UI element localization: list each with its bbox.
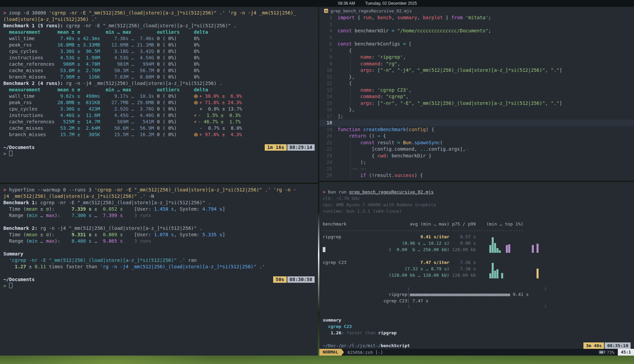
text-segment: cgrep C23 (323, 298, 407, 303)
code-line: 14 │ command: "cgrep", (319, 93, 634, 100)
text-segment: rg -n -j4 _mm(512|256)_(load|store)[a-z_… (63, 81, 222, 86)
benchmark-row: cache_misses 53.6M ± 2.76M 50.5M … 56.7M… (3, 67, 315, 74)
text-segment: 509M … 541M (100, 119, 157, 124)
text-segment: , (392, 15, 397, 20)
code-text: { (338, 48, 352, 54)
text-segment: mean (26, 206, 37, 212)
text-segment: 'rg -n -j4 _mm(512|256)_ (228, 10, 296, 16)
timestamp-badge: 08:30:58 (287, 276, 315, 283)
code-text: │ const result = Bun.spawnSync( (338, 140, 443, 146)
text-segment: (128.00 kb … 128.00 kb) (323, 273, 450, 278)
text-segment: Benchmark 2 (4 runs): (3, 81, 63, 86)
code-text: ]; (338, 113, 343, 120)
text-segment: clk: ~1.76 GHz (323, 196, 360, 201)
line-number: 10 (319, 67, 338, 74)
text-segment: "cgrep" (386, 94, 406, 99)
text-segment: "." (551, 100, 559, 106)
working-directory: ~/Documents (3, 144, 35, 151)
text-segment: branch_misses (3, 132, 55, 137)
text-segment: ): (49, 232, 71, 237)
battery-icon (599, 351, 605, 354)
text-segment: (7.32 s … 8.79 s) (323, 266, 450, 271)
text-segment: cgrep -nr -E "_mm(512|256)_(load|store)[… (37, 200, 211, 205)
text-segment: : (372, 54, 377, 60)
text-segment: ~/Documents (3, 145, 35, 150)
text-segment: 128.00 kb (450, 247, 476, 252)
text-segment: barplot (423, 15, 443, 20)
benchmark-row: cache_references 525M ± 14.7M 509M … 541… (3, 119, 315, 125)
code-text: │ args: ["-n", "-j4", "_mm(512|256)_(loa… (338, 67, 562, 74)
text-segment: ± (91, 206, 100, 212)
text-segment: : [ (372, 67, 380, 73)
terminal-line (323, 214, 631, 221)
text-segment: , (411, 67, 417, 73)
text-segment: ; (488, 28, 491, 33)
date: Tuesday, 02 December 2025 (365, 1, 417, 6)
delta-value: - 0.7% ± 8.0% (194, 125, 242, 131)
text-segment: [User: (123, 206, 154, 212)
text-segment: ── ── (352, 166, 366, 172)
text-segment (352, 54, 360, 60)
text-segment: ] (222, 232, 225, 237)
poop-emoji (194, 101, 198, 104)
text-segment: bun run (325, 189, 349, 194)
cursor-position: 45:1 (618, 349, 634, 356)
text-segment: │ (338, 153, 352, 158)
text-segment: success (395, 173, 414, 178)
line-number: 5 (319, 34, 338, 41)
histogram-bar (501, 273, 503, 278)
text-segment: │ (338, 146, 352, 152)
text-segment: 12.6MB … 21.1MB (100, 42, 157, 48)
text-segment: │ (338, 159, 352, 165)
text-segment: 50.6M … 56.9M (100, 125, 157, 131)
shell-prompt: > (3, 283, 315, 289)
text-segment: ... (420, 146, 428, 152)
text-segment (352, 94, 360, 99)
code-line: 19function createBenchmark(config) { (319, 126, 634, 133)
text-segment (352, 87, 360, 93)
text-segment: { (338, 48, 352, 53)
histogram-bar (494, 243, 496, 253)
code-line: 11 }, (319, 74, 634, 81)
hyperfine-terminal-pane[interactable]: > hyperfine --warmup 0 --runs 3 'cgrep -… (0, 184, 318, 356)
text-segment: ] (559, 67, 562, 73)
histogram-bar (537, 244, 539, 253)
terminal-line: 'cgrep -nr -E "_mm(512|256)_(load|store)… (3, 257, 315, 264)
terminal-line (3, 138, 315, 144)
text-segment: cpu_cycles (3, 106, 55, 112)
bench-mem-row: ( 0.00 b … 256.00 kb) 128.00 kb (323, 246, 631, 253)
text-segment: grep_bench_regexRecursive_02.mjs (349, 189, 433, 194)
text-segment: 4.53G ± 1.90M (55, 55, 100, 60)
text-segment: } (443, 15, 451, 20)
benchmark-row: instructions 4.46G ± 11.6M 4.45G … 4.48G… (3, 112, 315, 119)
latency-histogram (489, 237, 539, 253)
text-segment: Time ( (3, 206, 26, 212)
text-segment: … (37, 213, 46, 218)
text-segment: 9.57 s (450, 234, 476, 239)
line-number: 11 (319, 74, 338, 81)
text-segment: 0 ( 0%) (157, 106, 194, 112)
working-directory: ~/Documents (3, 276, 35, 283)
text-segment: 1.078 s (154, 232, 174, 237)
zoop-terminal-pane[interactable]: > zoop -d 30000 'cgrep -nr -E "_mm(512|2… (0, 7, 318, 183)
text-segment: , System: (174, 206, 202, 212)
text-segment: 0 ( 0%) (157, 113, 194, 118)
text-segment: 1.27 (15, 264, 26, 269)
text-segment: "-nr" (380, 100, 394, 106)
editor-buffer[interactable]: 2import { run, bench, summary, barplot }… (319, 14, 634, 179)
text-segment: 9.331 s (71, 232, 91, 237)
code-line: 25 │── ── (319, 166, 634, 173)
text-segment: [ (406, 41, 411, 47)
text-segment: wall_time (3, 36, 55, 41)
text-segment: cache_misses (3, 68, 55, 73)
text-segment: 'cgrep -nr -E "_mm(512|256)_(load|store)… (94, 187, 271, 192)
bun-terminal-pane[interactable]: > bun run grep_bench_regexRecursive_02.m… (319, 182, 634, 349)
text-segment: Time ( (3, 232, 26, 237)
text-segment: 2.92G … 3.78G (100, 106, 157, 112)
code-text: │ args: ["-nr", "-E", "_mm(512|256)_(loa… (338, 100, 562, 107)
text-segment: 0 ( 0%) (157, 36, 194, 41)
editor-pane[interactable]: JS grep_bench_regexRecursive_02.mjs 2imp… (319, 7, 634, 181)
line-number: 15 (319, 100, 338, 107)
working-directory: ~/Doc-/pr-/l-/js/mit-/benchScript (323, 342, 410, 349)
line-number: 2 (319, 14, 338, 21)
